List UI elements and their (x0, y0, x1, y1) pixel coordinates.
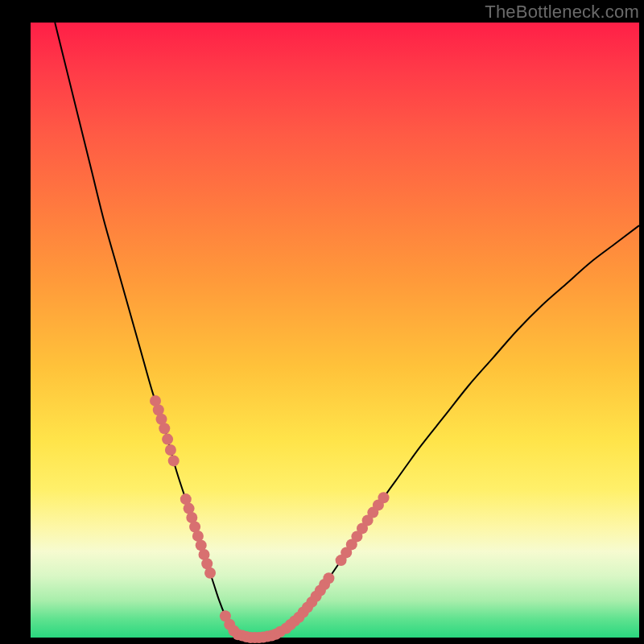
chart-frame: TheBottleneck.com (0, 0, 644, 644)
data-dot (168, 455, 180, 466)
dot-cluster-valley (220, 610, 286, 643)
dot-cluster-right-lower (281, 572, 335, 634)
dot-cluster-right-upper (336, 492, 390, 566)
data-dot (323, 572, 334, 584)
chart-svg (0, 0, 644, 644)
data-dot (162, 434, 173, 445)
data-dot (378, 492, 390, 503)
dot-cluster-left-lower (180, 493, 216, 579)
data-dot (204, 568, 216, 579)
attribution-label: TheBottleneck.com (485, 2, 639, 23)
data-dot (159, 423, 170, 434)
dot-cluster-left-upper (150, 395, 180, 467)
data-dot (165, 444, 176, 456)
